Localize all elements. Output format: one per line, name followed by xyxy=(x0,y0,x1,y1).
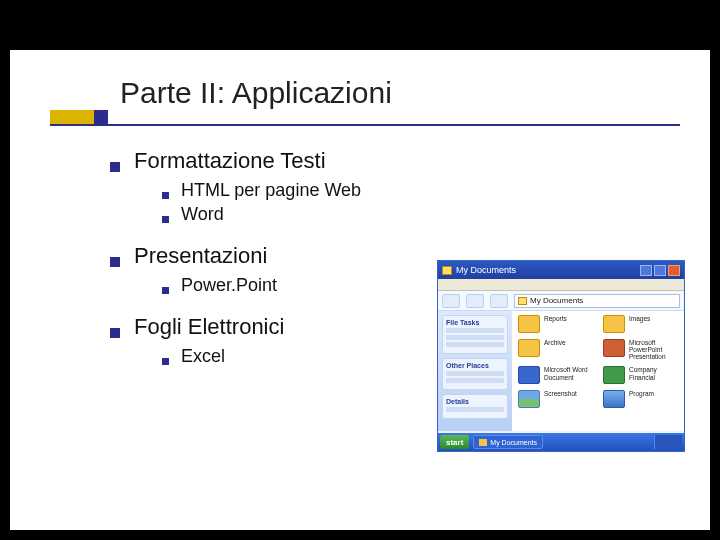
file-item: Microsoft PowerPoint Presentation xyxy=(603,339,678,360)
explorer-side-pane: File Tasks Other Places Details xyxy=(438,311,512,431)
start-label: start xyxy=(446,438,463,447)
file-row: Reports Images xyxy=(518,315,678,333)
l2-group: Excel xyxy=(162,346,361,367)
side-panel-heading: Details xyxy=(446,398,504,405)
taskbar: start My Documents xyxy=(438,433,684,451)
program-icon xyxy=(603,390,625,408)
file-label: Microsoft PowerPoint Presentation xyxy=(629,339,678,360)
l1-text: Fogli Elettronici xyxy=(134,314,284,340)
up-icon xyxy=(490,294,508,308)
excel-icon xyxy=(603,366,625,384)
side-panel-row xyxy=(446,378,504,383)
system-tray xyxy=(654,435,682,449)
file-item: Microsoft Word Document xyxy=(518,366,593,384)
slide-body: Formattazione Testi HTML per pagine Web … xyxy=(110,148,361,385)
back-icon xyxy=(442,294,460,308)
bullet-level2: Word xyxy=(162,204,361,225)
square-bullet-icon xyxy=(110,162,120,172)
file-label: Archive xyxy=(544,339,566,346)
square-bullet-icon xyxy=(162,192,169,199)
explorer-menubar xyxy=(438,279,684,291)
titlebar-left: My Documents xyxy=(442,265,516,275)
side-panel: Other Places xyxy=(442,358,508,390)
l2-text: Excel xyxy=(181,346,225,367)
side-panel-row xyxy=(446,328,504,333)
file-item: Images xyxy=(603,315,678,333)
close-icon xyxy=(668,265,680,276)
bullet-level1: Formattazione Testi xyxy=(110,148,361,174)
title-accent-bar xyxy=(50,110,108,124)
side-panel-heading: Other Places xyxy=(446,362,504,369)
forward-icon xyxy=(466,294,484,308)
square-bullet-icon xyxy=(162,358,169,365)
title-underline xyxy=(50,124,680,126)
square-bullet-icon xyxy=(162,287,169,294)
slide-title-area: Parte II: Applicazioni xyxy=(10,50,710,116)
side-panel-row xyxy=(446,342,504,347)
file-item: Reports xyxy=(518,315,593,333)
l2-group: HTML per pagine Web Word xyxy=(162,180,361,225)
file-item: Company Financial xyxy=(603,366,678,384)
file-item: Program xyxy=(603,390,678,408)
l1-text: Formattazione Testi xyxy=(134,148,326,174)
folder-icon xyxy=(518,339,540,357)
maximize-icon xyxy=(654,265,666,276)
folder-icon xyxy=(518,297,527,305)
bullet-level1: Fogli Elettronici xyxy=(110,314,361,340)
slide-title: Parte II: Applicazioni xyxy=(120,76,710,110)
bullet-level2: HTML per pagine Web xyxy=(162,180,361,201)
start-button: start xyxy=(440,435,469,449)
ppt-icon xyxy=(603,339,625,357)
l2-group: Power.Point xyxy=(162,275,361,296)
bullet-level2: Power.Point xyxy=(162,275,361,296)
bullet-level2: Excel xyxy=(162,346,361,367)
file-label: Screenshot xyxy=(544,390,577,397)
side-panel-heading: File Tasks xyxy=(446,319,504,326)
square-bullet-icon xyxy=(110,257,120,267)
explorer-screenshot: My Documents My Documents File Tasks xyxy=(437,260,685,452)
minimize-icon xyxy=(640,265,652,276)
explorer-toolbar: My Documents xyxy=(438,291,684,311)
l1-text: Presentazioni xyxy=(134,243,267,269)
file-label: Program xyxy=(629,390,654,397)
l2-text: HTML per pagine Web xyxy=(181,180,361,201)
window-controls xyxy=(640,265,680,276)
window-title: My Documents xyxy=(456,265,516,275)
file-label: Company Financial xyxy=(629,366,678,380)
folder-icon xyxy=(603,315,625,333)
address-text: My Documents xyxy=(530,296,583,305)
l2-text: Power.Point xyxy=(181,275,277,296)
square-bullet-icon xyxy=(110,328,120,338)
side-panel-row xyxy=(446,335,504,340)
task-label: My Documents xyxy=(490,439,537,446)
square-bullet-icon xyxy=(162,216,169,223)
bullet-level1: Presentazioni xyxy=(110,243,361,269)
word-icon xyxy=(518,366,540,384)
explorer-titlebar: My Documents xyxy=(438,261,684,279)
file-row: Screenshot Program xyxy=(518,390,678,408)
folder-icon xyxy=(442,266,452,275)
slide: Parte II: Applicazioni Formattazione Tes… xyxy=(10,50,710,530)
side-panel: File Tasks xyxy=(442,315,508,354)
file-row: Microsoft Word Document Company Financia… xyxy=(518,366,678,384)
file-row: Archive Microsoft PowerPoint Presentatio… xyxy=(518,339,678,360)
explorer-file-list: Reports Images Archive Microsoft PowerPo… xyxy=(512,311,684,431)
explorer-body: File Tasks Other Places Details Repo xyxy=(438,311,684,431)
side-panel-row xyxy=(446,407,504,412)
file-label: Reports xyxy=(544,315,567,322)
file-item: Archive xyxy=(518,339,593,360)
file-label: Images xyxy=(629,315,650,322)
image-icon xyxy=(518,390,540,408)
side-panel: Details xyxy=(442,394,508,419)
file-label: Microsoft Word Document xyxy=(544,366,593,380)
l2-text: Word xyxy=(181,204,224,225)
folder-icon xyxy=(479,439,487,446)
taskbar-item: My Documents xyxy=(473,435,543,449)
side-panel-row xyxy=(446,371,504,376)
address-bar: My Documents xyxy=(514,294,680,308)
folder-icon xyxy=(518,315,540,333)
file-item: Screenshot xyxy=(518,390,593,408)
